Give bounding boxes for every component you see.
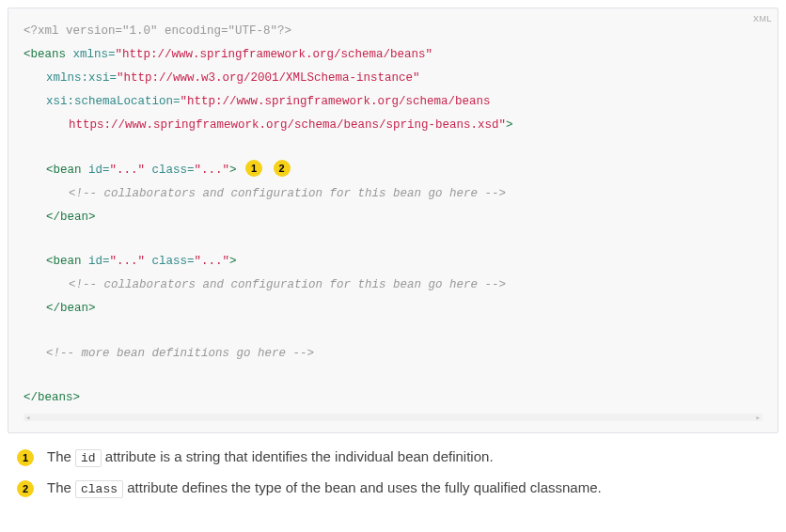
- blank-line: [24, 366, 762, 387]
- blank-line: [24, 321, 762, 342]
- callout-badge-1: 1: [17, 449, 34, 466]
- code-line: <!-- more bean definitions go here -->: [24, 342, 762, 366]
- horizontal-scrollbar[interactable]: [24, 414, 762, 421]
- callout-item-1: 1 The id attribute is a string that iden…: [15, 446, 778, 468]
- callout-list: 1 The id attribute is a string that iden…: [8, 446, 778, 498]
- code-line: <!-- collaborators and configuration for…: [24, 182, 762, 206]
- code-block: XML <?xml version="1.0" encoding="UTF-8"…: [8, 8, 778, 433]
- callout-text-1: The id attribute is a string that identi…: [47, 446, 778, 468]
- xml-prolog: <?xml version="1.0" encoding="UTF-8"?>: [24, 24, 291, 38]
- code-line: xmlns:xsi="http://www.w3.org/2001/XMLSch…: [24, 67, 762, 90]
- code-line: </bean>: [24, 206, 762, 229]
- callout-marker-1[interactable]: 1: [245, 160, 262, 177]
- code-line: <?xml version="1.0" encoding="UTF-8"?>: [24, 20, 762, 43]
- code-line: </bean>: [24, 297, 762, 321]
- code-line: </beans>: [24, 386, 762, 410]
- code-line: <beans xmlns="http://www.springframework…: [24, 43, 762, 67]
- language-label: XML: [753, 10, 772, 27]
- code-line: xsi:schemaLocation="http://www.springfra…: [24, 90, 762, 114]
- code-line: <bean id="..." class="..."> 1 2: [24, 159, 762, 182]
- code-line: https://www.springframework.org/schema/b…: [24, 114, 762, 137]
- callout-marker-2[interactable]: 2: [274, 160, 291, 177]
- inline-code-class: class: [75, 480, 123, 498]
- callout-text-2: The class attribute defines the type of …: [47, 477, 778, 499]
- code-line: <bean id="..." class="...">: [24, 250, 762, 274]
- callout-badge-2: 2: [17, 480, 34, 497]
- inline-code-id: id: [75, 449, 102, 467]
- blank-line: [24, 137, 762, 159]
- blank-line: [24, 229, 762, 251]
- code-line: <!-- collaborators and configuration for…: [24, 274, 762, 297]
- callout-item-2: 2 The class attribute defines the type o…: [15, 477, 778, 499]
